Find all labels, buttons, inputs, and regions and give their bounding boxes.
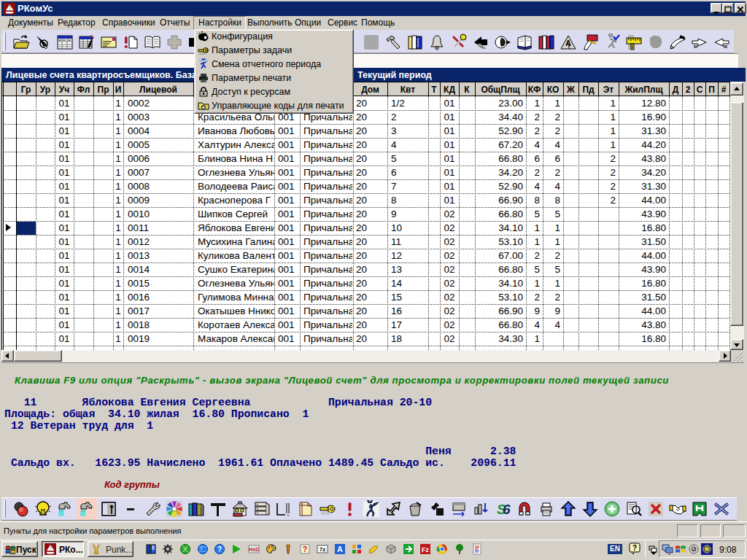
svg-text:6: 6 — [503, 502, 511, 517]
svg-text:Fz: Fz — [422, 546, 429, 553]
svg-text:HxD: HxD — [249, 547, 259, 552]
svg-text:7z: 7z — [320, 546, 325, 553]
svg-text:?: ? — [217, 545, 222, 553]
svg-text:?: ? — [632, 544, 637, 552]
svg-text:?: ? — [303, 545, 307, 553]
svg-text:A: A — [337, 545, 343, 553]
